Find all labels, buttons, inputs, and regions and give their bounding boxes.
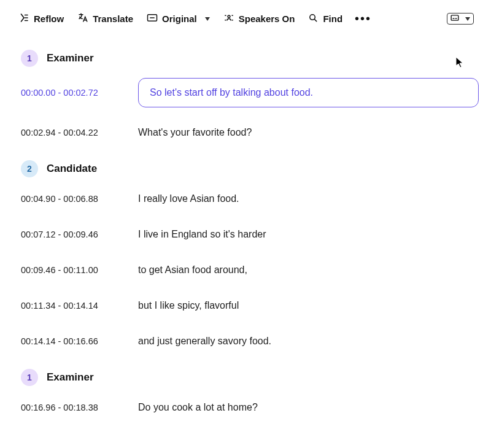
- speaker-badge: 1: [21, 50, 38, 67]
- speaker-name[interactable]: Examiner: [47, 371, 94, 384]
- translate-label: Translate: [93, 14, 133, 24]
- svg-point-2: [228, 15, 230, 18]
- speaker-badge: 2: [21, 160, 38, 177]
- speakers-button[interactable]: Speakers On: [222, 9, 296, 29]
- reflow-icon: [18, 12, 29, 25]
- speakers-icon: [223, 12, 234, 25]
- svg-point-3: [310, 14, 315, 19]
- utterance-text[interactable]: I really love Asian food.: [138, 188, 479, 209]
- svg-line-4: [315, 19, 317, 21]
- speaker-name[interactable]: Examiner: [47, 52, 94, 64]
- transcript-line[interactable]: 00:09.46 - 00:11.00to get Asian food aro…: [12, 252, 479, 288]
- original-label: Original: [162, 14, 197, 24]
- transcript-panel[interactable]: 1Examiner00:00.00 - 00:02.72So let's sta…: [0, 35, 491, 447]
- utterance-text[interactable]: I live in England so it's harder: [138, 224, 479, 245]
- more-button[interactable]: •••: [355, 12, 371, 26]
- timestamp[interactable]: 00:16.96 - 00:18.38: [21, 403, 128, 412]
- utterance-text[interactable]: but I like spicy, flavorful: [138, 295, 479, 316]
- speaker-header: 2Candidate: [12, 150, 479, 181]
- chevron-down-icon: [465, 17, 470, 21]
- original-button[interactable]: Original: [145, 10, 211, 28]
- timestamp[interactable]: 00:00.00 - 00:02.72: [21, 88, 128, 98]
- utterance-text[interactable]: to get Asian food around,: [138, 260, 479, 280]
- transcript-line[interactable]: 00:07.12 - 00:09.46I live in England so …: [12, 217, 479, 252]
- timestamp[interactable]: 00:04.90 - 00:06.88: [21, 194, 128, 204]
- transcript-line[interactable]: 00:16.96 - 00:18.38Do you cook a lot at …: [12, 390, 479, 425]
- reflow-button[interactable]: Reflow: [17, 9, 65, 29]
- utterance-text[interactable]: What's your favorite food?: [138, 122, 479, 143]
- original-icon: [147, 14, 158, 24]
- speaker-header: 1Examiner: [12, 40, 479, 71]
- speaker-badge: 1: [21, 369, 38, 386]
- transcript-line[interactable]: 00:11.34 - 00:14.14but I like spicy, fla…: [12, 288, 479, 323]
- find-button[interactable]: Find: [307, 9, 344, 29]
- toolbar: Reflow Translate Original Speakers On: [0, 0, 491, 35]
- translate-button[interactable]: Translate: [76, 9, 134, 29]
- captions-button[interactable]: [447, 13, 474, 25]
- transcript-line[interactable]: 00:02.94 - 00:04.22What's your favorite …: [12, 115, 479, 150]
- find-label: Find: [323, 14, 342, 24]
- chevron-down-icon: [205, 17, 210, 21]
- speakers-label: Speakers On: [239, 14, 295, 24]
- svg-rect-5: [451, 15, 458, 20]
- reflow-label: Reflow: [34, 14, 64, 24]
- timestamp[interactable]: 00:14.14 - 00:16.66: [21, 336, 128, 346]
- transcript-line[interactable]: 00:04.90 - 00:06.88I really love Asian f…: [12, 181, 479, 217]
- timestamp[interactable]: 00:09.46 - 00:11.00: [21, 265, 128, 275]
- utterance-text[interactable]: and just generally savory food.: [138, 331, 479, 352]
- speaker-header: 1Examiner: [12, 359, 479, 390]
- translate-icon: [77, 12, 88, 25]
- utterance-text[interactable]: Do you cook a lot at home?: [138, 397, 479, 418]
- search-icon: [308, 13, 319, 25]
- transcript-line[interactable]: 00:00.00 - 00:02.72So let's start off by…: [12, 71, 479, 115]
- timestamp[interactable]: 00:02.94 - 00:04.22: [21, 128, 128, 137]
- timestamp[interactable]: 00:07.12 - 00:09.46: [21, 230, 128, 239]
- cc-icon: [450, 14, 459, 23]
- transcript-line[interactable]: 00:14.14 - 00:16.66and just generally sa…: [12, 323, 479, 359]
- timestamp[interactable]: 00:11.34 - 00:14.14: [21, 301, 128, 311]
- utterance-text[interactable]: So let's start off by talking about food…: [138, 78, 479, 107]
- speaker-name[interactable]: Candidate: [47, 163, 97, 175]
